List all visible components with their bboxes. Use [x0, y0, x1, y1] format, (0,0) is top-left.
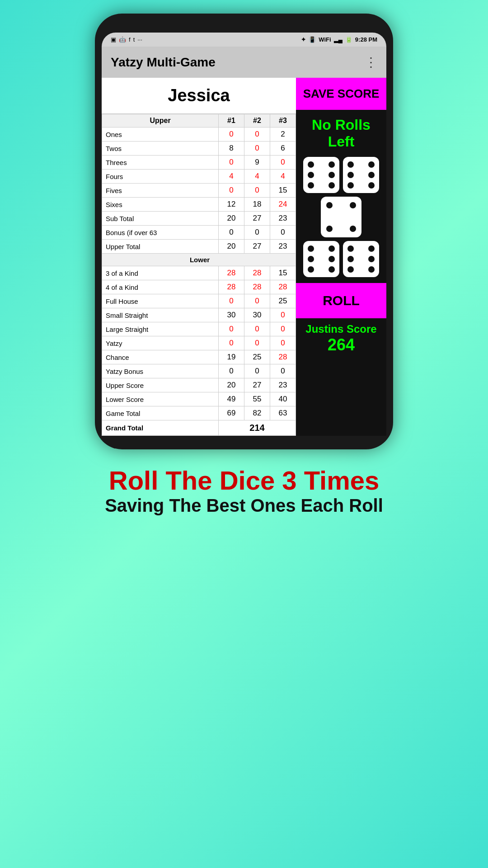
save-score-button[interactable]: SAVE SCORE: [296, 78, 386, 110]
row-value[interactable]: 30: [219, 308, 244, 322]
row-value[interactable]: 0: [244, 226, 270, 240]
row-value[interactable]: 55: [244, 392, 270, 406]
row-value[interactable]: 4: [244, 170, 270, 184]
row-label: Upper Score: [102, 378, 219, 392]
row-value[interactable]: 0: [244, 364, 270, 378]
row-value[interactable]: 23: [270, 212, 296, 226]
row-value[interactable]: 25: [270, 294, 296, 308]
row-value[interactable]: 8: [219, 142, 244, 156]
die-3[interactable]: [321, 197, 361, 237]
table-row[interactable]: Small Straight30300: [102, 308, 296, 322]
row-value[interactable]: 4: [219, 170, 244, 184]
menu-dots-icon[interactable]: ⋮: [365, 55, 377, 70]
row-value[interactable]: 12: [219, 198, 244, 212]
row-value[interactable]: 23: [270, 378, 296, 392]
table-row[interactable]: Sub Total202723: [102, 212, 296, 226]
row-value[interactable]: 24: [270, 198, 296, 212]
table-row[interactable]: Twos806: [102, 142, 296, 156]
row-value[interactable]: 0: [219, 364, 244, 378]
table-row[interactable]: Bonus (if over 63000: [102, 226, 296, 240]
table-row[interactable]: Fives0015: [102, 184, 296, 198]
row-value[interactable]: 82: [244, 406, 270, 420]
table-row[interactable]: Yatzy Bonus000: [102, 364, 296, 378]
table-row[interactable]: Upper Score202723: [102, 378, 296, 392]
row-value[interactable]: 0: [219, 336, 244, 350]
row-value[interactable]: 25: [244, 350, 270, 364]
table-row[interactable]: Game Total698263: [102, 406, 296, 420]
row-value[interactable]: 27: [244, 240, 270, 254]
table-row[interactable]: Chance192528: [102, 350, 296, 364]
row-value[interactable]: 0: [270, 322, 296, 336]
table-row[interactable]: Upper Total202723: [102, 240, 296, 254]
row-value[interactable]: 9: [244, 156, 270, 170]
row-value[interactable]: 49: [219, 392, 244, 406]
table-row[interactable]: Threes090: [102, 156, 296, 170]
row-value[interactable]: 23: [270, 240, 296, 254]
table-row[interactable]: 4 of a Kind282828: [102, 280, 296, 294]
row-value[interactable]: 27: [244, 378, 270, 392]
row-value[interactable]: 0: [270, 226, 296, 240]
row-value[interactable]: 28: [270, 350, 296, 364]
row-value[interactable]: 0: [219, 294, 244, 308]
dot: [328, 182, 335, 189]
table-row[interactable]: Lower Score495540: [102, 392, 296, 406]
die-4[interactable]: [303, 241, 339, 277]
row-value[interactable]: 0: [219, 156, 244, 170]
row-value[interactable]: 19: [219, 350, 244, 364]
row-value[interactable]: 15: [270, 266, 296, 280]
dice-area: [296, 155, 386, 279]
row-value[interactable]: 20: [219, 212, 244, 226]
row-value[interactable]: 0: [244, 336, 270, 350]
die-1[interactable]: [303, 157, 339, 193]
row-value[interactable]: 0: [219, 322, 244, 336]
dot: [347, 182, 354, 189]
table-row[interactable]: Fours444: [102, 170, 296, 184]
row-value[interactable]: 28: [270, 280, 296, 294]
row-value[interactable]: 20: [219, 240, 244, 254]
lower-section-header: Lower: [102, 254, 296, 266]
row-value[interactable]: 0: [244, 322, 270, 336]
row-value[interactable]: 0: [270, 156, 296, 170]
row-value[interactable]: 0: [244, 142, 270, 156]
row-value[interactable]: 28: [244, 280, 270, 294]
row-value[interactable]: 20: [219, 378, 244, 392]
table-row[interactable]: Large Straight000: [102, 322, 296, 336]
bottom-text-area: Roll The Dice 3 Times Saving The Best On…: [96, 465, 392, 516]
row-value[interactable]: 0: [219, 184, 244, 198]
table-row[interactable]: Yatzy000: [102, 336, 296, 350]
die-2[interactable]: [343, 157, 379, 193]
roll-button[interactable]: ROLL: [296, 283, 386, 318]
row-value[interactable]: 2: [270, 127, 296, 142]
row-value[interactable]: 69: [219, 406, 244, 420]
row-value[interactable]: 6: [270, 142, 296, 156]
row-label: Yatzy Bonus: [102, 364, 219, 378]
dot: [347, 245, 354, 252]
row-value[interactable]: 0: [244, 127, 270, 142]
row-value[interactable]: 0: [270, 308, 296, 322]
dot: [308, 161, 314, 168]
row-value[interactable]: 0: [270, 364, 296, 378]
bottom-sub-text: Saving The Best Ones Each Roll: [105, 495, 383, 516]
table-row[interactable]: 3 of a Kind282815: [102, 266, 296, 280]
row-value[interactable]: 0: [244, 294, 270, 308]
row-value[interactable]: 28: [219, 266, 244, 280]
row-value[interactable]: 4: [270, 170, 296, 184]
row-value[interactable]: 0: [244, 184, 270, 198]
table-row[interactable]: Full House0025: [102, 294, 296, 308]
row-value[interactable]: 18: [244, 198, 270, 212]
row-value[interactable]: 0: [219, 226, 244, 240]
row-value[interactable]: 15: [270, 184, 296, 198]
row-value[interactable]: 0: [219, 127, 244, 142]
row-value[interactable]: 28: [219, 280, 244, 294]
table-row[interactable]: Sixes121824: [102, 198, 296, 212]
row-value[interactable]: 0: [270, 336, 296, 350]
row-value[interactable]: 40: [270, 392, 296, 406]
row-value[interactable]: 30: [244, 308, 270, 322]
row-value[interactable]: 63: [270, 406, 296, 420]
row-value[interactable]: 28: [244, 266, 270, 280]
row-value[interactable]: 27: [244, 212, 270, 226]
row-label: Small Straight: [102, 308, 219, 322]
die-5[interactable]: [343, 241, 379, 277]
table-row[interactable]: Ones002: [102, 127, 296, 142]
battery-icon: 🔋: [345, 36, 352, 43]
